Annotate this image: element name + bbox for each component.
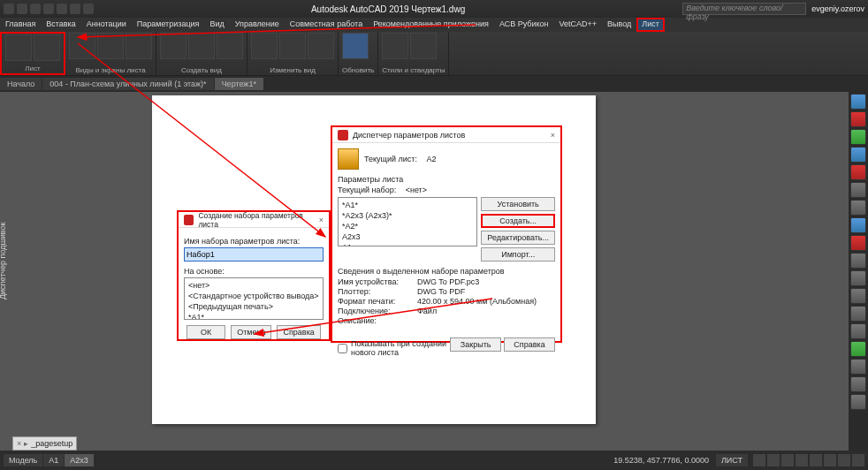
tool-icon[interactable] [850,288,866,304]
tool-icon[interactable] [850,341,866,357]
tool-icon[interactable] [850,376,866,392]
right-tool-palette [849,92,868,451]
qat-icon[interactable] [43,4,54,14]
tool-icon[interactable] [850,359,866,375]
tool-icon[interactable] [850,111,866,127]
menu-item[interactable]: VetCAD++ [554,18,603,32]
tool-icon[interactable] [850,147,866,163]
menu-item[interactable]: Рекомендованные приложения [368,18,494,32]
tool-icon[interactable] [850,164,866,180]
page-setup-name-input[interactable] [184,247,324,262]
document-tab[interactable]: 004 - План-схема уличных линий (1 этаж)* [42,78,213,90]
ribbon-button[interactable] [382,33,408,59]
tool-icon[interactable] [850,235,866,251]
ok-button[interactable]: ОК [187,325,225,339]
tool-icon[interactable] [850,253,866,269]
menu-item[interactable]: Параметризация [132,18,205,32]
status-icon[interactable] [767,454,780,466]
ribbon-button[interactable] [279,33,306,59]
list-item[interactable]: <Стандартное устройство вывода> [187,291,321,301]
layout-tab[interactable]: A2x3 [65,454,94,466]
ribbon-panel-label: Стили и стандарты [382,66,445,74]
menu-item[interactable]: Вывод [602,18,636,32]
ribbon-button[interactable] [308,33,334,59]
ribbon-button[interactable] [217,33,243,59]
create-button[interactable]: Создать... [481,214,555,228]
menu-item[interactable]: Вставка [41,18,80,32]
tool-icon[interactable] [850,323,866,339]
sidebar-panel-label[interactable]: Диспетчер подшивок [0,223,7,299]
menu-item[interactable]: АСВ Рубикон [494,18,554,32]
document-tab[interactable]: Начало [0,78,42,90]
menu-item[interactable]: Вид [204,18,229,32]
ribbon-button[interactable] [251,33,278,59]
detail-row: Плоттер:DWG To PDF [338,287,555,296]
ribbon-button[interactable] [188,33,215,59]
tool-icon[interactable] [850,217,866,233]
based-on-list[interactable]: <нет><Стандартное устройство вывода><Пре… [184,277,324,320]
cancel-button[interactable]: Отмена [231,325,271,339]
status-icon[interactable] [824,454,836,466]
close-icon[interactable]: × [319,216,324,224]
list-item[interactable]: <Предыдущая печать> [187,301,321,312]
status-icon[interactable] [838,454,850,466]
qat-icon[interactable] [57,4,67,14]
user-name[interactable]: evgeniy.ozerov [811,4,864,13]
tool-icon[interactable] [850,270,866,286]
qat-icon[interactable] [70,4,80,14]
menu-item[interactable]: Лист [636,18,665,32]
status-icon[interactable] [781,454,794,466]
status-icon[interactable] [796,454,808,466]
menu-item[interactable]: Аннотации [81,18,132,32]
search-input[interactable]: Введите ключевое слово/фразу [682,3,806,15]
close-button[interactable]: Закрыть [450,337,501,352]
tool-icon[interactable] [850,306,866,322]
tool-icon[interactable] [850,129,866,145]
menu-item[interactable]: Управление [230,18,285,32]
ribbon-button[interactable] [97,33,124,59]
help-button[interactable]: Справка [504,337,555,352]
list-item[interactable]: <нет> [187,280,321,291]
tool-icon[interactable] [850,394,866,410]
list-item[interactable]: *A1* [187,312,321,320]
qat-icon[interactable] [17,4,27,14]
ribbon-button[interactable] [5,34,32,61]
dialog-titlebar: Диспетчер параметров листов × [332,127,560,143]
ribbon-button[interactable] [160,33,187,59]
menu-item[interactable]: Главная [0,18,41,32]
tool-icon[interactable] [850,94,866,110]
status-icon[interactable] [852,454,864,466]
space-indicator[interactable]: ЛИСТ [716,454,748,466]
close-icon[interactable]: × [17,439,21,448]
qat-icon[interactable] [83,4,94,14]
ribbon-button[interactable] [126,33,152,59]
ribbon-button[interactable] [410,33,437,59]
layout-tab[interactable]: Модель [4,454,42,466]
layout-tab[interactable]: A1 [43,454,64,466]
set-current-button[interactable]: Установить [481,197,555,211]
status-icon[interactable] [810,454,822,466]
list-item[interactable]: *A2x3 (А2х3)* [340,210,475,221]
qat-icon[interactable] [4,4,14,14]
command-line[interactable]: × ▸ _pagesetup [12,436,77,451]
show-on-new-layout-checkbox[interactable]: Показывать при создании нового листа [338,339,450,357]
tool-icon[interactable] [850,200,866,216]
status-icon[interactable] [753,454,765,466]
list-item[interactable]: A2x3 [340,231,475,242]
help-button[interactable]: Справка [277,325,320,339]
ribbon-button[interactable] [69,33,95,59]
page-setup-list[interactable]: *A1**A2x3 (А2х3)**А2*A2x3A1 [338,197,477,246]
import-button[interactable]: Импорт... [481,247,555,262]
list-item[interactable]: A1 [340,242,475,246]
close-icon[interactable]: × [551,131,555,140]
document-tab[interactable]: Чертеж1* [215,78,263,90]
qat-icon[interactable] [30,4,41,14]
ribbon-button[interactable] [342,33,369,59]
tool-icon[interactable] [850,182,866,198]
list-item[interactable]: *A1* [340,200,475,210]
detail-key: Формат печати: [338,297,417,306]
menu-item[interactable]: Совместная работа [285,18,368,32]
list-item[interactable]: *А2* [340,221,475,231]
ribbon-button[interactable] [34,34,60,61]
edit-button[interactable]: Редактировать... [481,231,555,245]
